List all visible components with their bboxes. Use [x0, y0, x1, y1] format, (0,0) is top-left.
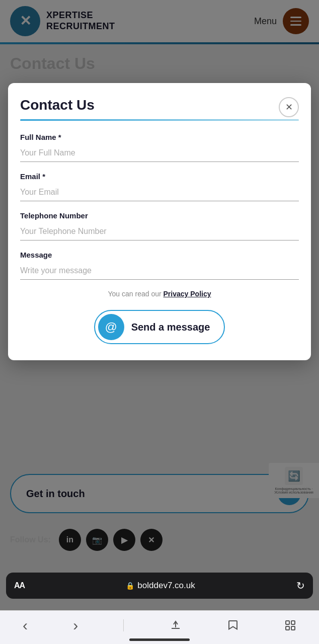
- full-name-label: Full Name *: [20, 133, 299, 141]
- browser-bar: AA 🔒 bolddev7.co.uk ↻: [6, 573, 313, 599]
- full-name-group: Full Name *: [20, 133, 299, 162]
- url-text: bolddev7.co.uk: [137, 581, 195, 591]
- modal-header: Contact Us ✕: [20, 97, 299, 117]
- message-group: Message: [20, 251, 299, 280]
- telephone-input[interactable]: [20, 223, 299, 240]
- contact-modal: Contact Us ✕ Full Name * Email * Telepho…: [8, 83, 311, 360]
- modal-title: Contact Us: [20, 97, 95, 113]
- text-size-button[interactable]: AA: [14, 581, 25, 590]
- forward-button[interactable]: ›: [73, 617, 78, 634]
- back-button[interactable]: ‹: [23, 617, 28, 634]
- email-group: Email *: [20, 172, 299, 201]
- telephone-label: Telephone Number: [20, 211, 299, 220]
- full-name-required: *: [58, 133, 61, 141]
- privacy-policy-link[interactable]: Privacy Policy: [164, 290, 211, 298]
- lock-icon: 🔒: [126, 582, 134, 590]
- close-button[interactable]: ✕: [279, 97, 299, 117]
- email-input[interactable]: [20, 184, 299, 201]
- message-label: Message: [20, 251, 299, 259]
- email-required: *: [42, 172, 45, 181]
- modal-divider: [20, 119, 299, 121]
- share-button[interactable]: [170, 619, 182, 631]
- svg-rect-0: [286, 621, 289, 624]
- bookmarks-button[interactable]: [227, 619, 239, 631]
- send-button-label: Send a message: [131, 321, 210, 333]
- telephone-group: Telephone Number: [20, 211, 299, 240]
- tabs-button[interactable]: [284, 619, 296, 631]
- at-icon: @: [105, 320, 117, 334]
- svg-rect-3: [291, 626, 295, 630]
- send-button[interactable]: @ Send a message: [94, 310, 225, 344]
- home-indicator: [129, 638, 190, 641]
- svg-rect-1: [291, 621, 295, 624]
- svg-rect-2: [286, 626, 289, 630]
- reload-button[interactable]: ↻: [296, 580, 305, 592]
- full-name-input[interactable]: [20, 144, 299, 162]
- email-label: Email *: [20, 172, 299, 181]
- privacy-text: You can read our Privacy Policy: [20, 290, 299, 298]
- browser-url-bar[interactable]: 🔒 bolddev7.co.uk: [31, 581, 290, 591]
- send-icon: @: [98, 314, 124, 340]
- message-input[interactable]: [20, 262, 299, 280]
